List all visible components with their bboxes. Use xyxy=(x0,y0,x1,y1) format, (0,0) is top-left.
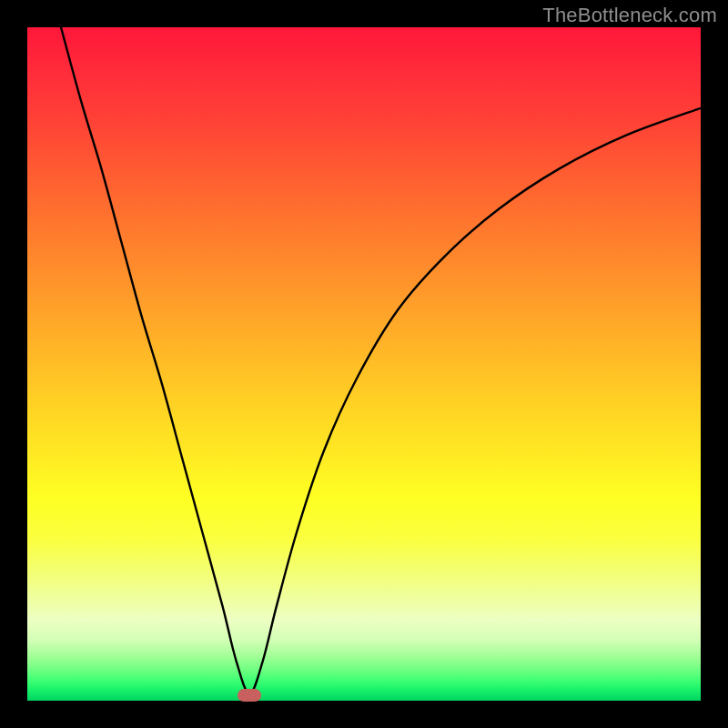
plot-area xyxy=(27,27,701,701)
curve-svg xyxy=(27,27,701,701)
bottleneck-curve xyxy=(61,27,701,694)
watermark-text: TheBottleneck.com xyxy=(542,4,717,27)
chart-frame: TheBottleneck.com xyxy=(0,0,728,728)
optimal-marker xyxy=(238,689,261,702)
